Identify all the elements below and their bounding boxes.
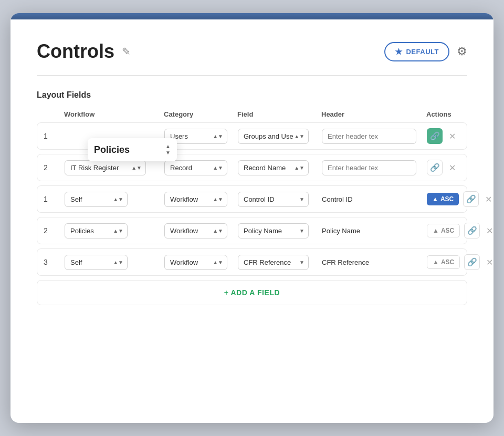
category-select[interactable]: Workflow xyxy=(164,255,227,270)
field-select[interactable]: Record Name xyxy=(238,160,309,175)
field-cell-5: CFR Reference ▼ xyxy=(238,255,322,270)
arrow-down[interactable]: ▼ xyxy=(165,150,171,156)
header-value: Policy Name xyxy=(322,227,360,235)
field-select-wrapper: Control ID ▼ xyxy=(238,192,309,207)
workflow-select-wrapper: Policies ▲▼ xyxy=(65,223,128,238)
header-divider xyxy=(37,75,467,76)
workflow-select-wrapper: Self ▲▼ xyxy=(65,192,128,207)
link-button[interactable]: 🔗 xyxy=(464,223,480,238)
header-input[interactable] xyxy=(322,160,416,175)
category-cell-4: Workflow ▲▼ xyxy=(164,223,238,238)
row-number: 1 xyxy=(44,132,65,140)
field-select-wrapper: CFR Reference ▼ xyxy=(238,255,309,270)
header-cell-2 xyxy=(322,160,427,175)
star-icon: ★ xyxy=(395,47,403,57)
default-badge-button[interactable]: ★ DEFAULT xyxy=(384,42,449,61)
remove-row-button[interactable]: ✕ xyxy=(447,162,458,174)
actions-cell-5: ▲ ASC 🔗 ✕ xyxy=(427,254,494,270)
edit-icon[interactable]: ✎ xyxy=(122,45,131,58)
header-value: Control ID xyxy=(322,195,353,203)
workflow-dropdown-open[interactable]: Policies ▲ ▼ xyxy=(88,138,177,161)
workflow-select[interactable]: Policies xyxy=(65,223,128,238)
section-title: Layout Fields xyxy=(37,90,467,100)
actions-cell-2: 🔗 ✕ xyxy=(427,160,494,175)
field-cell-4: Policy Name ▼ xyxy=(238,223,322,238)
field-select[interactable]: Policy Name xyxy=(238,223,309,238)
workflow-cell-2: IT Risk Register ▲▼ xyxy=(65,160,164,175)
workflow-select[interactable]: Self xyxy=(65,255,128,270)
category-select-wrapper: Workflow ▲▼ xyxy=(164,192,227,207)
layout-fields-table: Workflow Category Field Header Actions 1… xyxy=(37,110,467,305)
table-row: 1 Policies ▲ ▼ Users xyxy=(37,122,467,150)
dropdown-arrows[interactable]: ▲ ▼ xyxy=(165,143,171,156)
field-cell-1: Groups and Use ▲▼ xyxy=(238,129,322,144)
col-header-workflow: Workflow xyxy=(64,110,164,118)
field-select[interactable]: Groups and Use xyxy=(238,129,309,144)
field-select[interactable]: Control ID xyxy=(238,192,309,207)
asc-active-button[interactable]: ▲ ASC xyxy=(427,193,459,205)
link-button[interactable]: 🔗 xyxy=(427,160,443,175)
default-badge-label: DEFAULT xyxy=(406,48,439,56)
header-cell-4: Policy Name xyxy=(322,226,427,235)
category-cell-5: Workflow ▲▼ xyxy=(164,255,238,270)
sort-up-icon: ▲ xyxy=(433,258,439,266)
settings-button[interactable]: ⚙ xyxy=(457,45,467,58)
asc-inactive-button[interactable]: ▲ ASC xyxy=(427,255,460,269)
asc-label: ASC xyxy=(440,195,454,203)
field-select-wrapper: Policy Name ▼ xyxy=(238,223,309,238)
category-cell-2: Record ▲▼ xyxy=(164,160,238,175)
workflow-select-wrapper: IT Risk Register ▲▼ xyxy=(65,160,146,175)
header-input[interactable] xyxy=(322,129,416,144)
link-button[interactable]: 🔗 xyxy=(463,191,479,207)
workflow-cell-4: Policies ▲▼ xyxy=(65,223,164,238)
page-header: Controls ✎ ★ DEFAULT ⚙ xyxy=(37,40,467,63)
add-field-button[interactable]: + ADD A FIELD xyxy=(224,288,280,297)
row-number: 2 xyxy=(44,226,65,235)
sort-up-icon: ▲ xyxy=(432,195,438,203)
link-active-button[interactable]: 🔗 xyxy=(427,128,443,144)
table-row: 3 Self ▲▼ Workflow ▲▼ xyxy=(37,248,467,276)
category-select-wrapper: Record ▲▼ xyxy=(164,160,227,175)
workflow-select[interactable]: Self xyxy=(65,192,128,207)
row-number: 3 xyxy=(44,258,65,266)
category-select[interactable]: Record xyxy=(164,160,227,175)
field-select[interactable]: CFR Reference xyxy=(238,255,309,270)
workflow-cell-5: Self ▲▼ xyxy=(65,255,164,270)
workflow-select-wrapper: Self ▲▼ xyxy=(65,255,128,270)
link-button[interactable]: 🔗 xyxy=(464,254,480,270)
category-select-wrapper: Workflow ▲▼ xyxy=(164,223,227,238)
actions-cell-3: ▲ ASC 🔗 ✕ xyxy=(427,191,494,207)
col-header-actions: Actions xyxy=(426,110,494,118)
workflow-select[interactable]: IT Risk Register xyxy=(65,160,146,175)
dropdown-selected-value: Policies xyxy=(94,144,161,155)
col-header-num xyxy=(43,110,64,118)
table-header-row: Workflow Category Field Header Actions xyxy=(37,110,467,122)
table-row: 1 Self ▲▼ Workflow ▲▼ xyxy=(37,185,467,213)
header-cell-5: CFR Reference xyxy=(322,257,427,267)
category-select[interactable]: Workflow xyxy=(164,192,227,207)
field-cell-2: Record Name ▲▼ xyxy=(238,160,322,175)
asc-label: ASC xyxy=(441,227,454,234)
remove-row-button[interactable]: ✕ xyxy=(484,225,494,237)
row-number: 1 xyxy=(44,195,65,203)
remove-row-button[interactable]: ✕ xyxy=(484,256,494,268)
page-title: Controls xyxy=(37,40,114,63)
remove-row-button[interactable]: ✕ xyxy=(447,130,458,142)
add-field-row[interactable]: + ADD A FIELD xyxy=(37,280,467,305)
actions-cell-1: 🔗 ✕ xyxy=(427,128,494,144)
col-header-field: Field xyxy=(237,110,321,118)
field-cell-3: Control ID ▼ xyxy=(238,192,322,207)
arrow-up[interactable]: ▲ xyxy=(165,143,171,150)
header-right: ★ DEFAULT ⚙ xyxy=(384,42,467,61)
remove-row-button[interactable]: ✕ xyxy=(483,193,494,205)
row-number: 2 xyxy=(44,163,65,172)
asc-label: ASC xyxy=(441,258,454,266)
category-select-wrapper: Workflow ▲▼ xyxy=(164,255,227,270)
table-row: 2 Policies ▲▼ Workflow ▲▼ xyxy=(37,217,467,244)
header-cell-3: Control ID xyxy=(322,194,427,204)
header-cell-1 xyxy=(322,129,427,144)
col-header-header: Header xyxy=(321,110,426,118)
sort-up-icon: ▲ xyxy=(433,227,439,234)
asc-inactive-button[interactable]: ▲ ASC xyxy=(427,224,460,237)
category-select[interactable]: Workflow xyxy=(164,223,227,238)
